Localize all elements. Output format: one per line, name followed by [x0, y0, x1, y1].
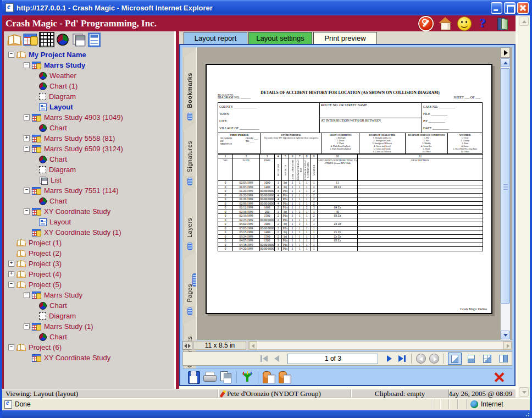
scroll-up-icon[interactable] [519, 16, 529, 26]
minus-expand-icon[interactable] [24, 323, 30, 329]
tree-item[interactable]: Marrs Study (1) [4, 321, 174, 332]
tree-item[interactable]: Marrs Study [4, 60, 174, 70]
continuous-facing-view-button[interactable] [480, 353, 495, 365]
minus-expand-icon[interactable] [24, 292, 30, 298]
plus-expand-icon[interactable] [8, 261, 14, 267]
tab-layout-report[interactable]: Layout report [184, 32, 247, 44]
pane-splitter[interactable] [175, 31, 179, 389]
tab-grip[interactable] [187, 307, 192, 315]
sidebar-tab-bookmarks[interactable]: Bookmarks [184, 50, 196, 111]
sidebar-tab-layers[interactable]: Layers [184, 187, 196, 241]
study-toolbar-icon[interactable] [23, 32, 38, 47]
first-page-button[interactable] [257, 353, 270, 365]
close-preview-icon[interactable] [492, 370, 507, 384]
tree-item[interactable]: Chart [4, 300, 174, 311]
sidebar-tab-signatures[interactable]: Signatures [184, 122, 196, 176]
tree-item[interactable]: List [4, 175, 174, 185]
minus-expand-icon[interactable] [24, 114, 30, 120]
next-view-button[interactable] [429, 354, 439, 364]
tab-grip[interactable] [187, 178, 192, 185]
minus-expand-icon[interactable] [24, 146, 30, 152]
tools-icon[interactable] [419, 17, 433, 30]
minus-expand-icon[interactable] [24, 188, 30, 194]
tree-item[interactable]: Project (3) [4, 258, 174, 269]
tree-item[interactable]: Marrs Study 7551 (114) [4, 185, 174, 196]
scroll-down-icon[interactable] [519, 387, 529, 397]
previous-page-button[interactable] [270, 353, 284, 365]
book-toolbar-icon[interactable] [7, 32, 23, 47]
viewer-hscrollbar[interactable] [248, 341, 512, 350]
tree-item[interactable]: Diagram [4, 91, 174, 102]
help-icon[interactable] [477, 17, 490, 30]
hscroll-right-icon[interactable] [503, 342, 512, 349]
tree-item[interactable]: Layout [4, 102, 174, 112]
tree-item[interactable]: Project (2) [4, 248, 174, 258]
viewer-vscrollbar[interactable] [501, 47, 510, 340]
home-icon[interactable] [439, 17, 452, 30]
close-button[interactable] [517, 2, 529, 14]
tree-item[interactable]: XY Coordinate Study [4, 353, 174, 363]
tree-item[interactable]: Project (5) [4, 279, 174, 290]
print-icon[interactable] [203, 370, 217, 384]
exit-icon[interactable] [496, 17, 509, 30]
sidebar-tab-pages[interactable]: Pages [184, 252, 196, 306]
tab-print-preview[interactable]: Print preview [313, 32, 377, 44]
tree-item[interactable]: XY Coordinate Study (1) [4, 227, 174, 238]
tree-item[interactable]: Chart [4, 332, 174, 342]
minimize-button[interactable] [491, 2, 502, 14]
tree-item[interactable]: Weather [4, 70, 174, 81]
tree-item[interactable]: Layout [4, 217, 174, 227]
filter-icon[interactable] [240, 370, 254, 384]
pie-toolbar-icon[interactable] [54, 32, 70, 47]
single-page-view-button[interactable] [448, 353, 462, 365]
page-indicator-input[interactable] [287, 354, 378, 364]
tree-item[interactable]: XY Coordinate Study [4, 206, 174, 217]
tree-item[interactable]: Marrs Study [4, 290, 174, 300]
tree-item[interactable]: Diagram [4, 164, 174, 175]
expand-pane-icon[interactable] [501, 47, 510, 58]
next-page-button[interactable] [383, 353, 396, 365]
tree-item[interactable]: Marrs Study 4903 (1049) [4, 112, 174, 123]
tree-item[interactable]: My Project Name [4, 50, 174, 60]
minus-expand-icon[interactable] [8, 344, 14, 350]
splitter-handle-icon[interactable] [182, 341, 192, 350]
list-toolbar-icon[interactable] [70, 32, 86, 47]
save-icon[interactable] [187, 370, 201, 384]
maximize-button[interactable] [504, 2, 516, 14]
export-user-icon[interactable] [262, 370, 276, 384]
minus-expand-icon[interactable] [8, 282, 14, 288]
report-toolbar-icon[interactable] [86, 32, 102, 47]
tree-item[interactable]: Project (4) [4, 269, 174, 279]
tree-item[interactable]: Chart [4, 154, 174, 164]
tree-item[interactable]: Marrs Study 6509 (3124) [4, 144, 174, 154]
minus-expand-icon[interactable] [8, 52, 14, 58]
minus-expand-icon[interactable] [24, 62, 30, 68]
minus-expand-icon[interactable] [24, 208, 30, 215]
plus-expand-icon[interactable] [24, 135, 30, 141]
viewer-scroll-thumb[interactable] [501, 68, 510, 304]
hscroll-left-icon[interactable] [249, 342, 257, 349]
continuous-view-button[interactable] [464, 353, 478, 365]
copy-icon[interactable] [219, 370, 233, 384]
tree-item[interactable]: Diagram [4, 311, 174, 321]
plus-expand-icon[interactable] [8, 271, 14, 277]
tab-grip[interactable] [187, 243, 192, 250]
viewer-scroll-down-icon[interactable] [501, 331, 510, 339]
import-user-icon[interactable] [278, 370, 292, 384]
previous-view-button[interactable] [416, 354, 426, 364]
tree-item[interactable]: Marrs Study 5558 (81) [4, 133, 174, 144]
page-scrollbar[interactable] [518, 15, 530, 397]
tab-layout-settings[interactable]: Layout settings [248, 32, 312, 44]
tree-item[interactable]: Project (1) [4, 238, 174, 248]
tree-item[interactable]: Chart [4, 196, 174, 206]
last-page-button[interactable] [396, 353, 409, 365]
smiley-icon[interactable] [458, 17, 471, 30]
tree-item[interactable]: Chart (1) [4, 81, 174, 91]
tab-grip[interactable] [187, 113, 192, 120]
tree-item[interactable]: Project (6) [4, 342, 174, 353]
viewer-scroll-up-icon[interactable] [501, 58, 510, 67]
tree-item-label: Marrs Study 5558 (81) [44, 134, 115, 142]
facing-view-button[interactable] [496, 353, 511, 365]
diagbw-toolbar-icon[interactable] [38, 32, 54, 47]
tree-item[interactable]: Chart [4, 123, 174, 133]
